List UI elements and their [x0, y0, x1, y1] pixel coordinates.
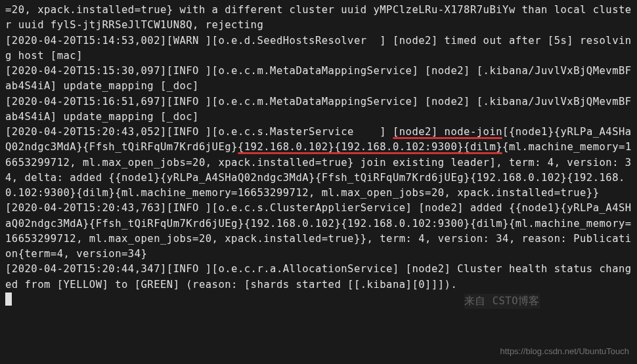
log-line: =20, xpack.installed=true} with a differ…	[5, 4, 632, 31]
log-line: [2020-04-20T15:20:44,347][INFO ][o.e.c.r…	[5, 263, 632, 290]
log-line: [2020-04-20T15:16:51,697][INFO ][o.e.c.m…	[5, 96, 632, 123]
terminal-cursor	[5, 293, 12, 306]
watermark-faded: 来自 CSTO博客	[464, 294, 540, 309]
log-line: [2020-04-20T15:20:43,763][INFO ][o.e.c.s…	[5, 202, 632, 260]
log-line: [2020-04-20T15:14:53,002][WARN ][o.e.d.S…	[5, 35, 632, 62]
highlighted-text: [node2] node-join	[393, 126, 502, 138]
log-line: [2020-04-20T15:20:43,052][INFO ][o.e.c.s…	[5, 126, 632, 199]
log-fragment: [2020-04-20T15:20:43,052][INFO ][o.e.c.s…	[5, 126, 393, 138]
terminal-output: =20, xpack.installed=true} with a differ…	[5, 3, 632, 308]
log-line: [2020-04-20T15:15:30,097][INFO ][o.e.c.m…	[5, 65, 632, 92]
highlighted-text: {dilm}	[464, 141, 502, 153]
watermark-url: https://blog.csdn.net/UbuntuTouch	[500, 345, 629, 358]
highlighted-text: {192.168.0.102}{192.168.0.102:9300}	[238, 141, 464, 153]
